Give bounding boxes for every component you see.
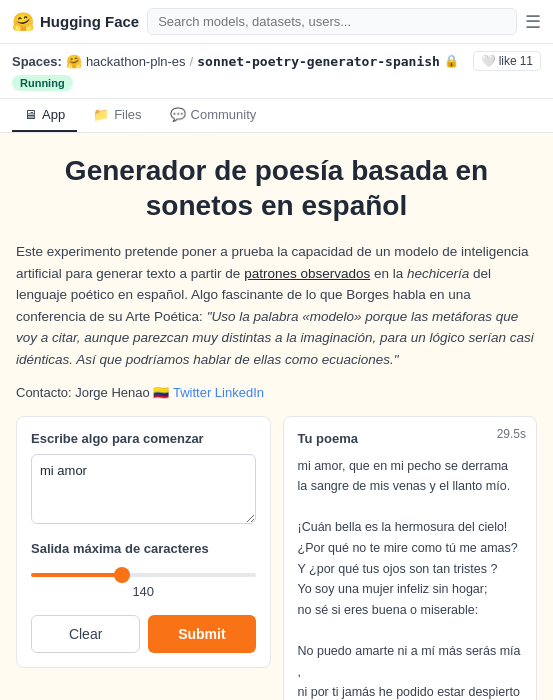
clear-button[interactable]: Clear [31, 615, 140, 653]
main-content: Generador de poesía basada en sonetos en… [0, 133, 553, 700]
lock-icon: 🔒 [444, 54, 459, 68]
spaces-bar: Spaces: 🤗 hackathon-pln-es / sonnet-poet… [0, 44, 553, 99]
spaces-label: Spaces: [12, 54, 62, 69]
slider-label: Salida máxima de caracteres [31, 541, 256, 556]
poem-title: Tu poema [298, 431, 523, 446]
columns-layout: Escribe algo para comenzar Salida máxima… [16, 416, 537, 700]
logo-emoji: 🤗 [12, 11, 34, 33]
like-button[interactable]: 🤍 like 11 [473, 51, 541, 71]
logo[interactable]: 🤗 Hugging Face [12, 11, 139, 33]
page-title: Generador de poesía basada en sonetos en… [16, 153, 537, 223]
tabs-bar: 🖥 App 📁 Files 💬 Community [0, 99, 553, 133]
logo-text: Hugging Face [40, 13, 139, 30]
linkedin-link[interactable]: LinkedIn [215, 385, 264, 400]
desc-link1[interactable]: patrones observados [244, 266, 370, 281]
input-label: Escribe algo para comenzar [31, 431, 256, 446]
search-input[interactable] [147, 8, 517, 35]
button-row: Clear Submit [31, 615, 256, 653]
heart-icon: 🤍 [481, 54, 496, 68]
twitter-link[interactable]: Twitter [173, 385, 211, 400]
desc-italic1: hechicería [407, 266, 469, 281]
tab-files-label: Files [114, 107, 141, 122]
like-count: 11 [520, 54, 533, 68]
poem-input[interactable] [31, 454, 256, 524]
timer: 29.5s [497, 427, 526, 441]
submit-button[interactable]: Submit [148, 615, 255, 653]
spaces-slash: / [190, 54, 194, 69]
tab-files[interactable]: 📁 Files [81, 99, 153, 132]
tab-files-icon: 📁 [93, 107, 109, 122]
left-panel: Escribe algo para comenzar Salida máxima… [16, 416, 271, 668]
right-panel: Tu poema 29.5s mi amor, que en mi pecho … [283, 416, 538, 700]
hamburger-icon[interactable]: ☰ [525, 11, 541, 33]
spaces-repo-name[interactable]: sonnet-poetry-generator-spanish [197, 54, 440, 69]
tab-app-label: App [42, 107, 65, 122]
max-chars-slider[interactable] [31, 573, 256, 577]
spaces-owner[interactable]: hackathon-pln-es [86, 54, 186, 69]
tab-app-icon: 🖥 [24, 107, 37, 122]
tab-community-icon: 💬 [170, 107, 186, 122]
contact-line: Contacto: Jorge Henao 🇨🇴 Twitter LinkedI… [16, 385, 537, 400]
tab-app[interactable]: 🖥 App [12, 99, 77, 132]
spaces-sep: 🤗 [66, 54, 82, 69]
poem-text: mi amor, que en mi pecho se derrama la s… [298, 456, 523, 700]
running-badge: Running [12, 75, 73, 91]
tab-community-label: Community [191, 107, 257, 122]
desc-mid1: en la [370, 266, 407, 281]
tab-community[interactable]: 💬 Community [158, 99, 269, 132]
top-nav: 🤗 Hugging Face ☰ [0, 0, 553, 44]
slider-value: 140 [31, 584, 256, 599]
contact-text: Contacto: Jorge Henao 🇨🇴 [16, 385, 173, 400]
like-label: like [499, 54, 517, 68]
description: Este experimento pretende poner a prueba… [16, 241, 537, 371]
